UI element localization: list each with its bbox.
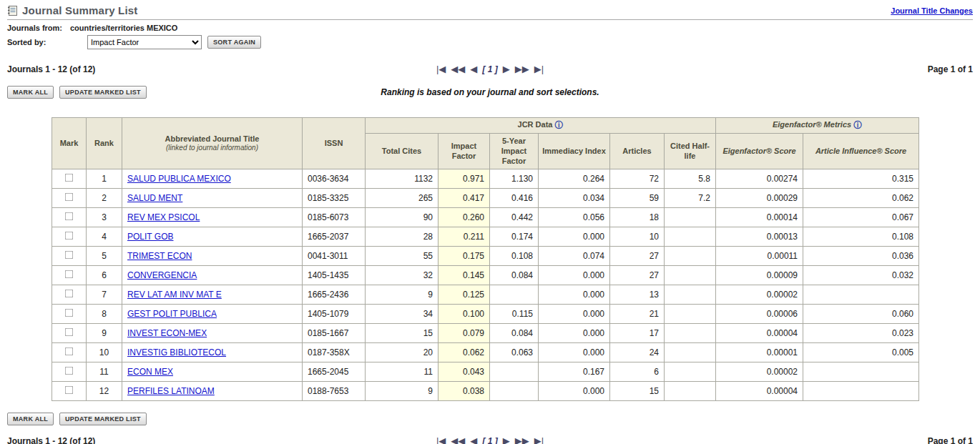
journal-link[interactable]: ECON MEX (127, 367, 173, 377)
mark-checkbox[interactable] (65, 251, 74, 260)
issn-cell: 0185-1667 (303, 324, 366, 343)
five-year-if-cell: 0.442 (490, 208, 539, 227)
title-bar: Journal Summary List Journal Title Chang… (7, 4, 973, 20)
articles-cell: 27 (610, 266, 665, 285)
five-year-if-cell: 0.084 (490, 324, 539, 343)
impact-factor-cell: 0.100 (438, 305, 490, 324)
mark-checkbox[interactable] (65, 386, 74, 395)
journal-title-changes-link[interactable]: Journal Title Changes (891, 6, 973, 15)
header-mark: Mark (52, 118, 87, 169)
eigenfactor-group-label: Eigenfactor® Metrics (773, 120, 851, 129)
five-year-if-cell: 1.130 (490, 169, 539, 189)
update-marked-list-button[interactable]: UPDATE MARKED LIST (59, 86, 147, 99)
pagination-bottom: Journals 1 - 12 (of 12) |◀ ◀◀ ◀ [ 1 ] ▶ … (7, 435, 973, 444)
journal-title-cell: POLIT GOB (122, 227, 303, 247)
header-group-eigenfactor: Eigenfactor® Metricsⓘ (716, 118, 919, 134)
journal-link[interactable]: INVEST ECON-MEX (127, 328, 207, 338)
articles-cell: 21 (610, 305, 665, 324)
next-block-icon[interactable]: ▶▶ (515, 435, 529, 444)
mark-cell (52, 324, 87, 343)
mark-checkbox[interactable] (65, 290, 74, 298)
journal-link[interactable]: INVESTIG BIBLIOTECOL (127, 347, 226, 357)
mark-checkbox[interactable] (65, 270, 74, 279)
next-block-icon[interactable]: ▶▶ (515, 64, 529, 74)
rank-cell: 11 (87, 362, 122, 382)
mark-checkbox[interactable] (65, 174, 74, 182)
articles-cell: 15 (610, 382, 665, 401)
toolbar-top: MARK ALL UPDATE MARKED LIST Ranking is b… (7, 86, 973, 99)
table-row: 9 INVEST ECON-MEX 0185-1667 15 0.079 0.0… (52, 324, 919, 343)
five-year-if-cell (490, 382, 539, 401)
journal-link[interactable]: POLIT GOB (127, 232, 173, 242)
last-page-icon[interactable]: ▶| (534, 64, 544, 74)
journal-link[interactable]: SALUD MENT (127, 193, 182, 203)
journal-title-cell: ECON MEX (122, 362, 303, 382)
journal-title-cell: REV LAT AM INV MAT E (122, 285, 303, 305)
header-journal-title: Abbreviated Journal Title (linked to jou… (122, 118, 303, 169)
articles-cell: 72 (610, 169, 665, 189)
eigenfactor-score-cell: 0.00002 (716, 285, 803, 305)
article-influence-score-cell: 0.067 (803, 208, 919, 227)
journal-link[interactable]: SALUD PUBLICA MEXICO (127, 174, 231, 184)
mark-all-button-bottom[interactable]: MARK ALL (7, 413, 54, 425)
cited-half-life-cell (665, 208, 716, 227)
immediacy-index-cell: 0.000 (539, 324, 610, 343)
five-year-if-cell: 0.108 (490, 247, 539, 266)
sorted-by-label: Sorted by: (7, 38, 70, 46)
journals-range-text: Journals 1 - 12 (of 12) (7, 64, 436, 74)
next-page-icon[interactable]: ▶ (503, 435, 510, 444)
prev-block-icon[interactable]: ◀◀ (451, 435, 465, 444)
article-influence-score-cell (803, 362, 919, 382)
journal-link[interactable]: TRIMEST ECON (127, 251, 192, 261)
sort-select[interactable]: Impact Factor (87, 35, 202, 49)
last-page-icon[interactable]: ▶| (534, 435, 544, 444)
issn-cell: 1405-1079 (303, 305, 366, 324)
ranking-note: Ranking is based on your journal and sor… (249, 87, 732, 97)
journal-link[interactable]: CONVERGENCIA (127, 270, 197, 280)
journal-link[interactable]: PERFILES LATINOAM (127, 386, 215, 396)
mark-cell (52, 227, 87, 247)
issn-cell: 0036-3634 (303, 169, 366, 189)
journal-link[interactable]: REV LAT AM INV MAT E (127, 290, 222, 300)
eigenfactor-info-icon[interactable]: ⓘ (853, 120, 862, 131)
articles-cell: 17 (610, 324, 665, 343)
immediacy-index-cell: 0.000 (539, 382, 610, 401)
eigenfactor-score-cell: 0.00006 (716, 305, 803, 324)
mark-checkbox[interactable] (65, 212, 74, 221)
mark-checkbox[interactable] (65, 193, 74, 202)
first-page-icon[interactable]: |◀ (436, 435, 446, 444)
articles-cell: 10 (610, 227, 665, 247)
prev-page-icon[interactable]: ◀ (470, 64, 477, 74)
first-page-icon[interactable]: |◀ (436, 64, 446, 74)
table-row: 5 TRIMEST ECON 0041-3011 55 0.175 0.108 … (52, 247, 919, 266)
mark-checkbox[interactable] (65, 347, 74, 356)
five-year-if-cell: 0.115 (490, 305, 539, 324)
impact-factor-cell: 0.260 (438, 208, 490, 227)
mark-checkbox[interactable] (65, 367, 74, 375)
journal-link[interactable]: GEST POLIT PUBLICA (127, 309, 217, 319)
cited-half-life-cell (665, 227, 716, 247)
total-cites-cell: 1132 (366, 169, 438, 189)
journal-table-body: 1 SALUD PUBLICA MEXICO 0036-3634 1132 0.… (52, 169, 919, 401)
mark-all-button[interactable]: MARK ALL (7, 86, 54, 99)
five-year-if-cell: 0.416 (490, 189, 539, 208)
jcr-info-icon[interactable]: ⓘ (554, 120, 563, 131)
journal-title-cell: CONVERGENCIA (122, 266, 303, 285)
sort-again-button[interactable]: SORT AGAIN (207, 36, 261, 49)
journal-title-cell: REV MEX PSICOL (122, 208, 303, 227)
journal-title-cell: SALUD MENT (122, 189, 303, 208)
prev-block-icon[interactable]: ◀◀ (451, 64, 465, 74)
journal-link[interactable]: REV MEX PSICOL (127, 212, 200, 222)
journal-title-cell: PERFILES LATINOAM (122, 382, 303, 401)
mark-checkbox[interactable] (65, 309, 74, 317)
rank-cell: 8 (87, 305, 122, 324)
update-marked-list-button-bottom[interactable]: UPDATE MARKED LIST (59, 413, 147, 425)
issn-cell: 1665-2045 (303, 362, 366, 382)
mark-checkbox[interactable] (65, 232, 74, 240)
next-page-icon[interactable]: ▶ (503, 64, 510, 74)
mark-checkbox[interactable] (65, 328, 74, 337)
mark-cell (52, 208, 87, 227)
eigenfactor-score-cell: 0.00029 (716, 189, 803, 208)
journal-icon (7, 5, 18, 16)
prev-page-icon[interactable]: ◀ (470, 435, 477, 444)
